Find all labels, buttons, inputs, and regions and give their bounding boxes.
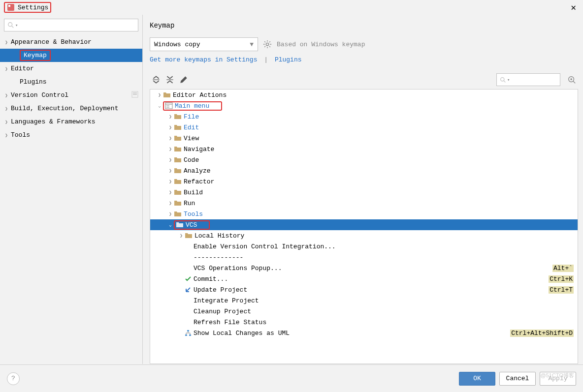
commit-icon — [185, 275, 192, 282]
window-title: Settings — [18, 4, 48, 11]
sidebar-item-languages-frameworks[interactable]: ❯Languages & Frameworks — [0, 115, 142, 128]
tree-row[interactable]: ❯Tools — [150, 209, 578, 219]
close-button[interactable]: ✕ — [568, 2, 579, 13]
chevron-right-icon: ❯ — [167, 189, 174, 195]
folder-icon — [174, 211, 182, 217]
action-search-input[interactable]: ▾ — [496, 73, 560, 86]
keymap-plugins-link-row: Get more keymaps in Settings | Plugins — [150, 56, 578, 63]
collapse-all-icon[interactable] — [165, 75, 174, 84]
folder-icon — [174, 135, 182, 142]
tree-row[interactable]: Cleanup Project — [150, 306, 578, 317]
tree-row[interactable]: ⌄Main menu — [150, 100, 578, 111]
tree-row-label: Code — [184, 156, 199, 164]
expand-all-icon[interactable] — [152, 75, 161, 84]
search-icon — [500, 77, 506, 83]
tree-row[interactable]: Enable Version Control Integration... — [150, 241, 578, 252]
svg-rect-6 — [133, 94, 137, 95]
tree-row[interactable]: ❯Local History — [150, 230, 578, 241]
edit-icon[interactable] — [179, 75, 188, 84]
sidebar-item-editor[interactable]: ❯Editor — [0, 62, 142, 75]
gear-icon[interactable] — [263, 40, 272, 49]
chevron-right-icon: ❯ — [167, 157, 174, 163]
sidebar-item-tools[interactable]: ❯Tools — [0, 128, 142, 142]
settings-sidebar: ▾ ❯Appearance & BehaviorKeymap❯EditorPlu… — [0, 15, 143, 364]
svg-line-11 — [504, 81, 505, 82]
chevron-right-icon: ❯ — [156, 92, 163, 98]
sidebar-item-label: Tools — [11, 131, 30, 139]
content-panel: Keymap Windows copy ▼ Based on Windows k… — [143, 15, 583, 364]
keymap-scheme-select[interactable]: Windows copy ▼ — [150, 37, 258, 51]
tree-row[interactable]: ❯Run — [150, 198, 578, 209]
folder-icon — [163, 91, 171, 98]
chevron-right-icon: ❯ — [167, 168, 174, 174]
tree-row[interactable]: Show Local Changes as UMLCtrl+Alt+Shift+… — [150, 328, 578, 338]
tree-row[interactable]: ------------- — [150, 252, 578, 263]
apply-button[interactable]: Apply — [540, 372, 576, 386]
tree-row-label: Editor Actions — [173, 91, 227, 99]
sidebar-item-label: Version Control — [11, 91, 68, 99]
tree-row[interactable]: Integrate Project — [150, 295, 578, 306]
chevron-right-icon: ❯ — [5, 66, 10, 72]
sidebar-item-appearance-behavior[interactable]: ❯Appearance & Behavior — [0, 35, 142, 49]
get-more-keymaps-link[interactable]: Get more keymaps in Settings — [150, 56, 257, 63]
shortcut-badge: Ctrl+K — [549, 275, 574, 283]
ok-button[interactable]: OK — [459, 372, 495, 386]
tree-row[interactable]: ❯Edit — [150, 122, 578, 133]
folder-icon — [176, 221, 184, 228]
chevron-right-icon: ❯ — [167, 135, 174, 141]
chevron-right-icon: ❯ — [5, 132, 10, 138]
keymap-tree[interactable]: ❯Editor Actions⌄Main menu❯File❯Edit❯View… — [150, 89, 578, 364]
svg-rect-1 — [8, 5, 10, 7]
update-icon — [185, 286, 192, 293]
sidebar-item-build-execution-deployment[interactable]: ❯Build, Execution, Deployment — [0, 102, 142, 115]
shortcut-badge: Ctrl+T — [549, 286, 574, 294]
sidebar-item-plugins[interactable]: Plugins — [0, 75, 142, 89]
tree-row[interactable]: VCS Operations Popup...Alt+` — [150, 263, 578, 273]
cancel-button[interactable]: Cancel — [499, 372, 536, 386]
tree-row[interactable]: ❯Analyze — [150, 165, 578, 176]
folder-icon — [185, 232, 193, 239]
sidebar-search-input[interactable]: ▾ — [4, 19, 138, 31]
tree-row[interactable]: ⌄VCS — [150, 219, 578, 230]
tree-row-label: Enable Version Control Integration... — [194, 243, 336, 250]
tree-row-label: Local History — [194, 232, 244, 240]
tree-row-label: Update Project — [194, 286, 247, 294]
tree-row-label: Refactor — [184, 178, 214, 185]
help-button[interactable]: ? — [7, 372, 20, 385]
svg-point-2 — [8, 23, 12, 27]
chevron-right-icon: ❯ — [5, 39, 10, 45]
find-by-shortcut-icon[interactable] — [567, 75, 576, 84]
sidebar-item-version-control[interactable]: ❯Version Control — [0, 89, 142, 102]
sidebar-item-label: Build, Execution, Deployment — [11, 105, 118, 112]
chevron-right-icon: ❯ — [167, 179, 174, 184]
chevron-down-icon: ⌄ — [156, 103, 163, 109]
chevron-right-icon: ❯ — [167, 124, 174, 130]
tree-row-label: Show Local Changes as UML — [194, 330, 290, 337]
chevron-right-icon: ❯ — [167, 200, 174, 206]
svg-point-10 — [501, 77, 504, 81]
tree-row-label: File — [184, 113, 199, 121]
plugins-link[interactable]: Plugins — [275, 56, 302, 63]
sidebar-item-label: Languages & Frameworks — [11, 118, 96, 125]
menu-icon — [165, 102, 173, 109]
tree-row-label: Integrate Project — [194, 297, 259, 304]
tree-row[interactable]: Update ProjectCtrl+T — [150, 284, 578, 295]
tree-row[interactable]: ❯Build — [150, 187, 578, 198]
tree-row-label: Run — [184, 200, 195, 207]
tree-row[interactable]: Refresh File Status — [150, 317, 578, 328]
shortcut-badge: Ctrl+Alt+Shift+D — [510, 330, 574, 337]
tree-row[interactable]: ❯Code — [150, 154, 578, 165]
app-icon — [7, 3, 15, 11]
tree-row[interactable]: ❯Editor Actions — [150, 90, 578, 100]
tree-row[interactable]: ❯File — [150, 111, 578, 122]
tree-row[interactable]: Commit...Ctrl+K — [150, 273, 578, 284]
tree-row-label: VCS Operations Popup... — [194, 265, 282, 272]
svg-rect-5 — [133, 92, 137, 93]
tree-row-label: Commit... — [194, 275, 228, 283]
tree-row[interactable]: ❯View — [150, 133, 578, 144]
tree-row[interactable]: ❯Navigate — [150, 144, 578, 154]
tree-row-label: Main menu — [175, 102, 209, 110]
tree-row[interactable]: ❯Refactor — [150, 176, 578, 187]
sidebar-item-label: Plugins — [20, 78, 47, 86]
sidebar-item-keymap[interactable]: Keymap — [0, 49, 142, 62]
